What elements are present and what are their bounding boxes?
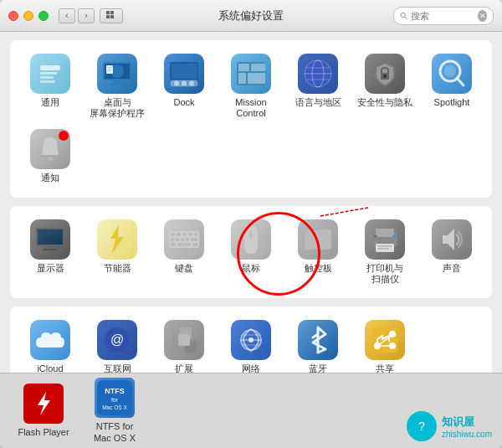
forward-button[interactable]: › [78, 8, 95, 23]
pref-extensions[interactable]: 扩展 [151, 315, 218, 373]
svg-rect-7 [40, 72, 57, 75]
svg-text:for: for [111, 397, 119, 403]
minimize-button[interactable] [23, 11, 33, 21]
svg-rect-47 [171, 233, 175, 236]
traffic-lights [8, 11, 49, 21]
pref-sharing[interactable]: 共享 [351, 315, 418, 373]
display-label: 显示器 [37, 263, 64, 274]
svg-rect-3 [110, 15, 114, 18]
section-internet: iCloud @ 互联网帐户 [10, 306, 492, 373]
pref-keyboard[interactable]: 键盘 [151, 214, 218, 290]
pref-sound[interactable]: 声音 [418, 214, 485, 290]
svg-rect-20 [172, 64, 197, 79]
svg-point-39 [444, 65, 456, 77]
pref-spotlight[interactable]: Spotlight [418, 49, 485, 124]
svg-rect-40 [40, 155, 60, 157]
svg-rect-45 [43, 249, 58, 250]
pref-general[interactable]: 通用 [17, 49, 84, 124]
general-label: 通用 [41, 97, 59, 108]
search-box[interactable]: ✕ [393, 7, 494, 25]
window-title: 系统偏好设置 [218, 8, 284, 23]
svg-rect-67 [377, 245, 392, 247]
svg-rect-57 [171, 243, 176, 246]
mission-label: MissionControl [235, 97, 266, 119]
pref-mouse[interactable]: 鼠标 [218, 214, 284, 290]
security-label: 安全性与隐私 [357, 97, 412, 108]
pref-icloud[interactable]: iCloud [17, 315, 84, 373]
extensions-label: 扩展 [175, 363, 193, 373]
nav-buttons: ‹ › [59, 8, 123, 23]
svg-line-38 [457, 78, 464, 85]
sharing-icon [365, 320, 405, 360]
energy-label: 节能器 [104, 263, 131, 274]
notification-badge [59, 131, 69, 141]
svg-point-23 [182, 81, 187, 86]
pref-dock[interactable]: Dock [151, 49, 218, 124]
section2-grid: 显示器 节能器 [17, 214, 485, 290]
notification-label: 通知 [41, 173, 59, 183]
svg-point-83 [374, 342, 381, 349]
search-input[interactable] [411, 11, 478, 21]
svg-text:?: ? [418, 420, 425, 433]
svg-rect-6 [40, 65, 60, 70]
svg-rect-8 [40, 76, 54, 79]
pref-trackpad[interactable]: 触控板 [284, 214, 351, 290]
pref-flash[interactable]: Flash Player [10, 378, 77, 443]
svg-rect-49 [182, 233, 187, 236]
spotlight-icon [432, 54, 472, 94]
pref-notification[interactable]: 通知 [17, 124, 84, 188]
dock-label: Dock [173, 97, 194, 108]
sound-label: 声音 [443, 263, 461, 274]
language-icon [298, 54, 338, 94]
mission-icon [231, 54, 271, 94]
grid-button[interactable] [100, 8, 123, 23]
close-button[interactable] [8, 11, 18, 21]
pref-internet[interactable]: @ 互联网帐户 [84, 315, 151, 373]
search-clear-button[interactable]: ✕ [478, 10, 487, 22]
network-icon [231, 320, 271, 360]
svg-point-24 [189, 81, 194, 86]
internet-label: 互联网帐户 [104, 363, 131, 373]
mouse-icon [231, 219, 271, 260]
internet-icon: @ [97, 320, 137, 360]
energy-icon [97, 219, 137, 260]
svg-rect-17 [107, 69, 111, 70]
pref-desktop[interactable]: 桌面与屏幕保护程序 [84, 49, 151, 124]
pref-display[interactable]: 显示器 [17, 214, 84, 290]
pref-network[interactable]: 网络 [218, 315, 284, 373]
bluetooth-icon [298, 320, 338, 360]
svg-rect-29 [248, 73, 265, 84]
trackpad-icon [298, 219, 338, 260]
svg-rect-43 [38, 229, 63, 245]
extensions-icon [164, 320, 204, 360]
back-button[interactable]: ‹ [59, 8, 75, 23]
bottom-bar: Flash Player NTFS for Mac OS X NTFS forM… [0, 373, 502, 448]
svg-rect-2 [106, 15, 110, 18]
pref-mission[interactable]: MissionControl [218, 49, 284, 124]
titlebar: ‹ › 系统偏好设置 ✕ [0, 0, 502, 32]
trackpad-label: 触控板 [305, 263, 332, 274]
pref-ntfs[interactable]: NTFS for Mac OS X NTFS forMac OS X [77, 373, 152, 448]
svg-rect-48 [177, 233, 181, 236]
icloud-label: iCloud [37, 363, 63, 373]
pref-bluetooth[interactable]: 蓝牙 [284, 315, 351, 373]
pref-energy[interactable]: 节能器 [84, 214, 151, 290]
svg-rect-52 [171, 238, 174, 241]
watermark: ? 知识屋 zhishiwu.com [407, 411, 492, 441]
svg-point-22 [174, 81, 179, 86]
pref-printer[interactable]: 打印机与扫描仪 [351, 214, 418, 290]
flash-label: Flash Player [18, 427, 69, 438]
svg-rect-76 [178, 334, 190, 346]
svg-rect-0 [106, 11, 110, 14]
svg-rect-68 [377, 248, 389, 250]
svg-rect-51 [194, 233, 197, 236]
bluetooth-label: 蓝牙 [309, 363, 327, 373]
svg-rect-69 [374, 235, 377, 237]
maximize-button[interactable] [38, 11, 49, 21]
svg-rect-50 [188, 233, 192, 236]
desktop-icon [97, 54, 137, 94]
pref-language[interactable]: 语言与地区 [284, 49, 351, 124]
pref-security[interactable]: 安全性与隐私 [351, 49, 418, 124]
printer-icon [365, 219, 405, 260]
notification-icon [30, 129, 70, 169]
